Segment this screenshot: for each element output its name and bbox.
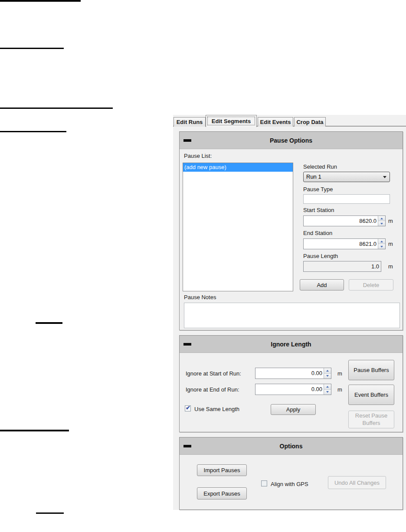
export-pauses-button[interactable]: Export Pauses xyxy=(197,487,247,499)
end-station-stepper[interactable]: 8621.0 xyxy=(303,238,386,249)
chevron-down-icon xyxy=(383,176,386,178)
tab-edit-segments[interactable]: Edit Segments xyxy=(206,115,257,127)
tab-label: Crop Data xyxy=(296,119,323,125)
ignore-end-stepper[interactable]: 0.00 xyxy=(255,384,331,395)
pause-length-label: Pause Length xyxy=(303,253,338,259)
document-underline xyxy=(36,512,64,514)
ignore-start-stepper[interactable]: 0.00 xyxy=(255,368,331,379)
ignore-length-panel: Ignore Length Ignore at Start of Run: 0.… xyxy=(179,335,403,432)
spin-down-icon[interactable] xyxy=(324,390,331,395)
panel-title: Ignore Length xyxy=(180,336,403,353)
spin-up-icon[interactable] xyxy=(378,239,385,244)
tab-edit-events[interactable]: Edit Events xyxy=(258,117,293,127)
selected-run-dropdown[interactable]: Run 1 xyxy=(303,172,390,182)
ignore-end-unit: m xyxy=(337,386,342,393)
document-underline xyxy=(0,48,64,49)
spin-down-icon[interactable] xyxy=(324,374,331,379)
use-same-length-label: Use Same Length xyxy=(194,406,239,412)
pause-length-unit: m xyxy=(388,263,393,270)
document-underline xyxy=(0,131,66,132)
start-station-stepper[interactable]: 8620.0 xyxy=(303,215,386,226)
options-panel: Options Import Pauses Export Pauses Alig… xyxy=(179,437,403,510)
pause-length-field: 1.0 xyxy=(303,261,381,272)
pause-options-panel: Pause Options Pause List: (add new pause… xyxy=(179,131,403,330)
apply-button[interactable]: Apply xyxy=(271,404,316,415)
tab-focus-rect xyxy=(207,117,255,125)
spin-buttons xyxy=(378,216,385,226)
list-item[interactable]: (add new pause) xyxy=(183,163,293,172)
pause-buffers-button[interactable]: Pause Buffers xyxy=(348,360,394,380)
pause-type-input[interactable] xyxy=(303,194,390,204)
align-with-gps-checkbox[interactable] xyxy=(261,480,267,486)
options-header: Options xyxy=(180,437,403,455)
spin-up-icon[interactable] xyxy=(378,216,385,221)
document-underline xyxy=(0,430,69,431)
spin-buttons xyxy=(324,368,331,379)
pause-notes-label: Pause Notes xyxy=(184,294,216,300)
pause-list[interactable]: (add new pause) xyxy=(183,163,293,291)
align-with-gps-label: Align with GPS xyxy=(271,481,308,487)
document-underline xyxy=(36,322,62,324)
selected-run-value: Run 1 xyxy=(306,172,321,182)
spin-up-icon[interactable] xyxy=(324,384,331,390)
delete-button[interactable]: Delete xyxy=(349,279,393,290)
tab-label: Edit Runs xyxy=(177,119,203,125)
panel-title: Pause Options xyxy=(180,132,403,149)
event-buffers-button[interactable]: Event Buffers xyxy=(348,385,394,405)
use-same-length-checkbox[interactable]: ✔ xyxy=(185,405,191,411)
spin-buttons xyxy=(378,239,385,249)
end-station-label: End Station xyxy=(303,230,332,236)
start-station-label: Start Station xyxy=(303,207,334,213)
spin-up-icon[interactable] xyxy=(324,368,331,374)
ignore-start-label: Ignore at Start of Run: xyxy=(186,370,241,377)
selected-run-label: Selected Run xyxy=(303,163,337,170)
pause-type-label: Pause Type xyxy=(303,186,333,193)
tab-edit-runs[interactable]: Edit Runs xyxy=(174,117,206,127)
ignore-start-unit: m xyxy=(337,370,342,377)
end-station-value: 8621.0 xyxy=(304,239,377,249)
ignore-start-value: 0.00 xyxy=(256,368,322,379)
ignore-end-value: 0.00 xyxy=(256,384,322,395)
pause-length-value: 1.0 xyxy=(304,261,379,271)
panel-title: Options xyxy=(180,437,403,455)
tab-crop-data[interactable]: Crop Data xyxy=(294,117,326,127)
document-underline xyxy=(0,108,113,109)
ignore-length-header: Ignore Length xyxy=(180,336,403,353)
end-station-unit: m xyxy=(388,241,393,247)
reset-pause-buffers-button[interactable]: Reset Pause Buffers xyxy=(348,411,394,428)
checkmark-icon: ✔ xyxy=(186,405,190,411)
add-button[interactable]: Add xyxy=(300,279,344,290)
import-pauses-button[interactable]: Import Pauses xyxy=(197,464,247,476)
start-station-value: 8620.0 xyxy=(304,216,377,226)
undo-all-changes-button[interactable]: Undo All Changes xyxy=(328,476,386,489)
document-underline xyxy=(0,0,81,2)
spin-down-icon[interactable] xyxy=(378,244,385,249)
pause-list-label: Pause List: xyxy=(184,153,212,159)
pause-notes-input[interactable] xyxy=(184,303,400,328)
pause-options-header: Pause Options xyxy=(180,132,403,149)
ignore-end-label: Ignore at End of Run: xyxy=(186,386,239,393)
spin-buttons xyxy=(324,384,331,395)
start-station-unit: m xyxy=(388,218,393,224)
tab-label: Edit Events xyxy=(260,119,291,125)
spin-down-icon[interactable] xyxy=(378,221,385,226)
page: Edit Runs Edit Segments Edit Events Crop… xyxy=(0,0,406,532)
